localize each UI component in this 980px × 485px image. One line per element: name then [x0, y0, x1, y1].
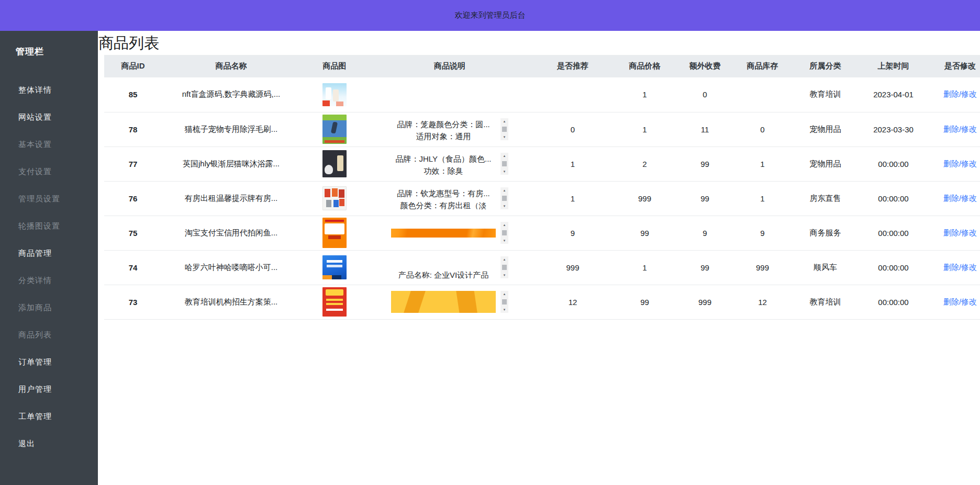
scroll-down-icon[interactable]: ▼ [503, 136, 506, 139]
product-description[interactable]: 品牌：JHLY（食品）颜色... 功效：除臭 [391, 153, 496, 175]
category-value: 教育培训 [790, 77, 861, 112]
sidebar-item-user-management[interactable]: 用户管理 [0, 376, 98, 403]
column-header-category: 所属分类 [790, 55, 861, 77]
sidebar-item-logout[interactable]: 退出 [0, 430, 98, 457]
product-name: 英国jhly银渐层猫咪沐浴露... [162, 146, 300, 181]
scroll-up-icon[interactable]: ▲ [503, 120, 506, 123]
listing-time-value: 00:00:00 [861, 250, 926, 285]
product-image [322, 287, 347, 317]
description-scrollbar[interactable]: ▲ ▼ [500, 118, 508, 140]
sidebar-item-overall-details[interactable]: 整体详情 [0, 76, 98, 104]
extra-fee-value: 99 [675, 146, 735, 181]
column-header-product-name: 商品名称 [162, 55, 300, 77]
scroll-down-icon[interactable]: ▼ [503, 205, 506, 208]
product-image [322, 115, 347, 144]
sidebar-item-category-details[interactable]: 分类详情 [0, 267, 98, 294]
sidebar-item-add-product[interactable]: 添加商品 [0, 294, 98, 321]
sidebar-item-product-list[interactable]: 商品列表 [0, 321, 98, 348]
description-scrollbar[interactable]: ▲ ▼ [500, 222, 508, 244]
delete-edit-link[interactable]: 删除/修改 [943, 228, 977, 237]
product-name: 有房出租温馨提示牌有房... [162, 181, 300, 216]
table-row: 85 nft盲盒源码,数字典藏源码,... 1 0 教育培训 2023-04-0… [104, 77, 980, 112]
price-value: 1 [615, 250, 675, 285]
sidebar-item-site-settings[interactable]: 网站设置 [0, 104, 98, 131]
recommend-value: 1 [531, 146, 615, 181]
scroll-up-icon[interactable]: ▲ [503, 223, 506, 227]
listing-time-value: 00:00:00 [861, 181, 926, 216]
column-header-recommended: 是否推荐 [531, 55, 615, 77]
scroll-down-icon[interactable]: ▼ [503, 308, 506, 311]
product-name: 猫梳子宠物专用除浮毛刷... [162, 112, 300, 146]
listing-time-value: 00:00:00 [861, 285, 926, 319]
extra-fee-value: 99 [675, 181, 735, 216]
delete-edit-link[interactable]: 删除/修改 [943, 297, 977, 306]
scroll-thumb[interactable] [502, 161, 507, 166]
sidebar-item-order-management[interactable]: 订单管理 [0, 348, 98, 376]
product-id: 74 [104, 250, 162, 285]
scroll-up-icon[interactable]: ▲ [503, 154, 506, 157]
price-value: 999 [615, 181, 675, 216]
scroll-up-icon[interactable]: ▲ [503, 258, 506, 261]
scroll-down-icon[interactable]: ▼ [503, 170, 506, 173]
table-row: 76 有房出租温馨提示牌有房... 品牌：钦龙惠型号：有房... 颜色分类：有房… [104, 181, 980, 216]
page-title: 商品列表 [98, 31, 980, 55]
sidebar-title: 管理栏 [0, 31, 98, 58]
sidebar-item-payment-settings[interactable]: 支付设置 [0, 158, 98, 185]
product-description[interactable]: 产品名称: 企业VI设计产品 [391, 256, 496, 278]
product-id: 73 [104, 285, 162, 319]
product-image [322, 218, 347, 248]
stock-value: 1 [735, 146, 790, 181]
description-scrollbar[interactable]: ▲ ▼ [500, 256, 508, 278]
scroll-thumb[interactable] [502, 299, 507, 304]
scroll-thumb[interactable] [502, 265, 507, 270]
product-image [322, 255, 347, 279]
product-table: 商品ID 商品名称 商品图 商品说明 是否推荐 商品价格 额外收费 商品库存 所… [104, 55, 980, 320]
product-description[interactable]: 品牌：笼趣颜色分类：圆... 适用对象：通用 [391, 118, 496, 140]
delete-edit-link[interactable]: 删除/修改 [943, 194, 977, 202]
sidebar-item-product-management[interactable]: 商品管理 [0, 240, 98, 267]
listing-time-value: 00:00:00 [861, 146, 926, 181]
extra-fee-value: 9 [675, 216, 735, 250]
welcome-banner: 欢迎来到管理员后台 [0, 0, 980, 31]
description-scrollbar[interactable]: ▲ ▼ [500, 291, 508, 313]
scroll-down-icon[interactable]: ▼ [503, 274, 506, 277]
stock-value: 999 [735, 250, 790, 285]
app-layout: 管理栏 整体详情 网站设置 基本设置 支付设置 管理员设置 轮播图设置 商品管理… [0, 31, 980, 485]
table-row: 75 淘宝支付宝信用代拍闲鱼... ▲ ▼ 9 [104, 216, 980, 250]
product-name: 教育培训机构招生方案策... [162, 285, 300, 319]
sidebar-item-basic-settings[interactable]: 基本设置 [0, 131, 98, 158]
stock-value: 9 [735, 216, 790, 250]
scroll-thumb[interactable] [502, 127, 507, 132]
scroll-down-icon[interactable]: ▼ [503, 239, 506, 242]
delete-edit-link[interactable]: 删除/修改 [943, 159, 977, 168]
main-content: 商品列表 商品ID 商品名称 商品图 商品说明 是否推荐 商品价格 额外收费 商… [98, 31, 980, 485]
product-description[interactable]: 品牌：钦龙惠型号：有房... 颜色分类：有房出租（淡 [391, 187, 496, 209]
scroll-thumb[interactable] [502, 196, 507, 201]
recommend-value: 999 [531, 250, 615, 285]
product-id: 76 [104, 181, 162, 216]
product-id: 77 [104, 146, 162, 181]
scroll-up-icon[interactable]: ▲ [503, 292, 506, 296]
recommend-value: 0 [531, 112, 615, 146]
delete-edit-link[interactable]: 删除/修改 [943, 89, 977, 98]
sidebar-item-ticket-management[interactable]: 工单管理 [0, 403, 98, 430]
product-image [322, 83, 347, 106]
description-scrollbar[interactable]: ▲ ▼ [500, 153, 508, 175]
category-value: 教育培训 [790, 285, 861, 319]
product-image [322, 150, 347, 177]
delete-edit-link[interactable]: 删除/修改 [943, 125, 977, 133]
product-name: 淘宝支付宝信用代拍闲鱼... [162, 216, 300, 250]
description-scrollbar[interactable]: ▲ ▼ [500, 187, 508, 209]
listing-time-value: 2023-03-30 [861, 112, 926, 146]
column-header-stock: 商品库存 [735, 55, 790, 77]
table-header: 商品ID 商品名称 商品图 商品说明 是否推荐 商品价格 额外收费 商品库存 所… [104, 55, 980, 77]
sidebar-item-carousel-settings[interactable]: 轮播图设置 [0, 212, 98, 240]
scroll-up-icon[interactable]: ▲ [503, 189, 506, 192]
stock-value: 1 [735, 181, 790, 216]
sidebar-item-admin-settings[interactable]: 管理员设置 [0, 185, 98, 212]
category-value: 宠物用品 [790, 112, 861, 146]
delete-edit-link[interactable]: 删除/修改 [943, 263, 977, 272]
product-id: 75 [104, 216, 162, 250]
scroll-thumb[interactable] [502, 230, 507, 235]
stock-value: 0 [735, 112, 790, 146]
